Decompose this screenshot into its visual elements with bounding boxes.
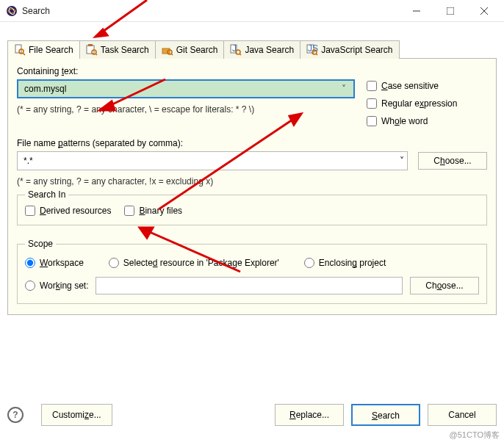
eclipse-icon bbox=[6, 5, 18, 17]
svg-line-9 bbox=[23, 53, 25, 55]
scope-working-set-radio[interactable]: Working set: bbox=[25, 281, 88, 291]
window-title: Search bbox=[22, 6, 400, 16]
tab-label: Git Search bbox=[176, 45, 218, 55]
containing-text-label: Containing text: bbox=[17, 66, 78, 76]
tab-js-search[interactable]: JS JavaScript Search bbox=[300, 40, 399, 59]
java-search-tab-icon: J bbox=[230, 44, 242, 56]
cancel-button[interactable]: Cancel bbox=[428, 404, 497, 426]
file-patterns-combo[interactable]: ˅ bbox=[17, 151, 408, 170]
svg-line-20 bbox=[240, 54, 241, 55]
binary-files-checkbox[interactable]: Binary files bbox=[124, 206, 182, 216]
whole-word-checkbox[interactable]: Whole word bbox=[367, 116, 457, 126]
containing-text-hint: (* = any string, ? = any character, \ = … bbox=[17, 104, 355, 115]
containing-text-input[interactable] bbox=[23, 83, 337, 95]
file-patterns-label: File name patterns (separated by comma): bbox=[17, 138, 183, 148]
chevron-down-icon[interactable]: ˅ bbox=[337, 84, 350, 94]
tab-git-search[interactable]: Git Search bbox=[156, 40, 225, 59]
scope-group: Scope Workspace Selected resource in 'Pa… bbox=[17, 239, 487, 304]
search-in-group: Search In Derived resources Binary files bbox=[17, 189, 487, 225]
tab-label: File Search bbox=[29, 45, 73, 55]
close-button[interactable] bbox=[467, 0, 501, 22]
minimize-button[interactable] bbox=[400, 0, 433, 22]
js-search-tab-icon: JS bbox=[306, 44, 318, 56]
derived-resources-checkbox[interactable]: Derived resources bbox=[25, 206, 111, 216]
tab-task-search[interactable]: Task Search bbox=[80, 40, 156, 59]
file-patterns-hint: (* = any string, ? = any character, !x =… bbox=[17, 176, 487, 187]
git-search-tab-icon bbox=[162, 44, 173, 56]
help-button[interactable]: ? bbox=[7, 407, 24, 423]
tab-label: Task Search bbox=[101, 45, 149, 55]
maximize-button[interactable] bbox=[433, 0, 467, 22]
customize-button[interactable]: Customize... bbox=[41, 404, 112, 426]
scope-enclosing-radio[interactable]: Enclosing project bbox=[304, 258, 386, 268]
svg-rect-11 bbox=[88, 44, 93, 46]
svg-line-24 bbox=[316, 54, 317, 55]
tab-bar: File Search Task Search Git Search J Jav… bbox=[7, 40, 497, 58]
tab-java-search[interactable]: J Java Search bbox=[224, 40, 300, 59]
file-patterns-input[interactable] bbox=[22, 155, 400, 167]
file-search-tab-icon bbox=[14, 44, 26, 56]
tab-label: JavaScript Search bbox=[321, 45, 392, 55]
svg-line-16 bbox=[171, 54, 173, 55]
working-set-input[interactable] bbox=[96, 277, 403, 294]
scope-workspace-radio[interactable]: Workspace bbox=[25, 258, 84, 268]
search-button[interactable]: Search bbox=[351, 404, 420, 426]
dialog-footer: ? Customize... Replace... Search Cancel bbox=[7, 404, 497, 426]
watermark: @51CTO博客 bbox=[450, 430, 500, 441]
svg-rect-4 bbox=[447, 7, 454, 15]
task-search-tab-icon bbox=[86, 44, 98, 56]
search-in-legend: Search In bbox=[25, 189, 68, 200]
replace-button[interactable]: Replace... bbox=[275, 404, 344, 426]
svg-rect-10 bbox=[87, 46, 94, 54]
choose-working-set-button[interactable]: Choose... bbox=[410, 277, 479, 294]
containing-text-combo[interactable]: ˅ bbox=[17, 79, 355, 98]
case-sensitive-checkbox[interactable]: Case sensitive bbox=[367, 81, 457, 91]
scope-selected-radio[interactable]: Selected resource in 'Package Explorer' bbox=[109, 258, 279, 268]
tab-label: Java Search bbox=[245, 45, 294, 55]
regex-checkbox[interactable]: Regular expression bbox=[367, 98, 457, 109]
svg-marker-26 bbox=[96, 29, 107, 37]
chevron-down-icon[interactable]: ˅ bbox=[400, 156, 404, 166]
search-panel: Containing text: ˅ (* = any string, ? = … bbox=[7, 58, 497, 315]
scope-legend: Scope bbox=[25, 239, 56, 249]
tab-file-search[interactable]: File Search bbox=[7, 40, 80, 59]
svg-line-13 bbox=[96, 54, 97, 55]
choose-patterns-button[interactable]: Choose... bbox=[418, 152, 487, 170]
titlebar: Search bbox=[0, 0, 504, 22]
svg-rect-14 bbox=[162, 48, 170, 54]
